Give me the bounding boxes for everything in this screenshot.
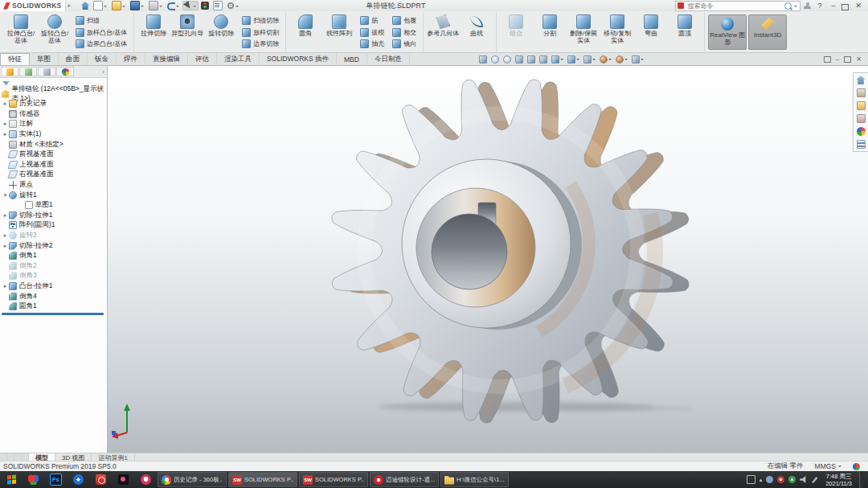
command-tab[interactable]: 钣金 — [88, 53, 117, 65]
command-tab[interactable]: 草图 — [30, 53, 59, 65]
quick-access-button[interactable] — [225, 1, 241, 10]
chevron-icon[interactable]: ▴ — [760, 477, 763, 483]
dropdown-caret-icon[interactable] — [104, 6, 107, 9]
taskbar-window-button[interactable]: 历史记录 - 360极... — [158, 472, 227, 487]
tree-item[interactable]: 草图1 — [0, 200, 107, 211]
quick-access-button[interactable] — [199, 1, 211, 10]
ribbon-button[interactable]: 圆顶 — [668, 13, 702, 51]
volume-icon[interactable] — [800, 476, 807, 483]
command-tab[interactable]: 焊件 — [117, 53, 145, 65]
show-desktop-button[interactable] — [859, 471, 863, 488]
ribbon-button[interactable]: 移动/复制实体 — [600, 13, 634, 51]
window-restore-icon[interactable] — [844, 56, 851, 63]
dropdown-caret-icon[interactable] — [576, 59, 579, 62]
command-tab[interactable]: 直接编辑 — [145, 53, 188, 65]
tree-expander-icon[interactable]: ▸ — [2, 131, 9, 137]
ribbon-button[interactable]: 线性阵列 — [322, 13, 356, 51]
search-caret-icon[interactable] — [794, 6, 797, 9]
headsup-button[interactable] — [478, 55, 488, 64]
tp-properties-icon[interactable] — [857, 140, 866, 149]
pinned-app-button[interactable] — [113, 472, 133, 487]
menu-expand-icon[interactable]: ▸ — [68, 2, 72, 9]
tree-item[interactable]: 原点 — [0, 180, 107, 191]
window-minimize-icon[interactable]: – — [836, 55, 839, 63]
graphics-viewport[interactable] — [108, 66, 868, 453]
tree-item[interactable]: 倒角2 — [0, 261, 107, 272]
tree-item[interactable]: ▸ 实体(1) — [0, 129, 107, 140]
ribbon-button[interactable]: 拉伸凸台/基体 — [4, 13, 38, 51]
headsup-button[interactable] — [551, 55, 564, 64]
ribbon-small-button[interactable]: 镜向 — [390, 38, 419, 50]
ribbon-small-button[interactable]: 边界凸台/基体 — [73, 38, 129, 50]
tree-item[interactable]: ▸ 切除-拉伸1 — [0, 211, 107, 221]
ribbon-toggle-button[interactable]: RealView 图形 — [708, 14, 747, 50]
headsup-button[interactable] — [502, 55, 512, 64]
new-window-icon[interactable] — [824, 56, 831, 63]
window-close-icon[interactable]: ✕ — [856, 55, 862, 63]
solidworks-logo[interactable]: SOLIDWORKS — [0, 0, 66, 11]
panel-tab[interactable] — [56, 67, 74, 76]
pinned-app-button[interactable] — [90, 472, 111, 487]
headsup-button[interactable] — [615, 55, 628, 64]
ribbon-button[interactable]: 拉伸切除 — [137, 13, 170, 51]
tp-appearances-icon[interactable] — [857, 127, 866, 136]
command-tab[interactable]: 曲面 — [59, 53, 88, 65]
person-icon[interactable] — [766, 476, 773, 483]
dropdown-caret-icon[interactable] — [141, 6, 144, 9]
headsup-button[interactable] — [514, 55, 524, 64]
ribbon-button[interactable]: 组合 — [499, 13, 533, 51]
tree-item[interactable]: ▸ 旋转2 — [0, 231, 107, 241]
quick-access-button[interactable] — [166, 1, 182, 10]
tree-item[interactable]: 右视基准面 — [0, 170, 107, 180]
tree-root-item[interactable]: 单排链轮 (12A<<05B>_显示状态 1>) — [0, 88, 107, 99]
ribbon-small-button[interactable]: 相交 — [390, 27, 419, 39]
tree-item[interactable]: ▸ 凸台-拉伸1 — [0, 281, 107, 292]
command-tab[interactable]: 今日制造 — [367, 53, 410, 65]
command-tab[interactable]: 渲染工具 — [217, 53, 260, 65]
ribbon-button[interactable]: 异型孔向导 — [170, 13, 204, 51]
tree-item[interactable]: 传感器 — [0, 109, 107, 120]
headsup-button[interactable] — [538, 55, 548, 64]
start-button[interactable] — [2, 472, 21, 487]
units-caret-icon[interactable] — [838, 465, 841, 469]
help-button[interactable]: ? — [814, 1, 825, 11]
headsup-button[interactable] — [526, 55, 536, 64]
tree-item[interactable]: 前视基准面 — [0, 150, 107, 160]
ribbon-button[interactable]: 旋转凸台/基体 — [38, 13, 72, 51]
close-button[interactable]: ✕ — [852, 1, 865, 11]
ribbon-small-button[interactable]: 放样切割 — [240, 27, 281, 39]
tree-item[interactable]: 阵列(圆周)1 — [0, 220, 107, 231]
dropdown-caret-icon[interactable] — [159, 6, 162, 9]
dropdown-caret-icon[interactable] — [560, 59, 563, 62]
rollback-bar[interactable] — [2, 313, 104, 315]
quick-access-button[interactable] — [92, 0, 109, 11]
tp-palette-icon[interactable] — [857, 114, 866, 123]
command-tab[interactable]: MBD — [337, 53, 367, 65]
quick-access-button[interactable] — [129, 0, 146, 11]
command-tab[interactable]: 评估 — [188, 53, 217, 65]
ribbon-button[interactable]: 旋转切除 — [204, 13, 238, 51]
tree-item[interactable]: 倒角1 — [0, 251, 107, 261]
tree-expander-icon[interactable]: ▸ — [2, 283, 9, 289]
tree-item[interactable]: ▾ 旋转1 — [0, 190, 107, 200]
quick-access-button[interactable] — [147, 0, 165, 11]
ribbon-small-button[interactable]: 扫描切除 — [240, 14, 281, 27]
taskbar-window-button[interactable]: SW SOLIDWORKS P... — [228, 472, 297, 487]
tree-expander-icon[interactable]: ▸ — [2, 100, 9, 107]
panel-tab[interactable] — [19, 67, 37, 76]
ribbon-button[interactable]: 圆角 — [289, 13, 322, 51]
command-tab[interactable]: 特征 — [0, 53, 30, 65]
taskbar-window-button[interactable]: H:\微信公众号\1... — [440, 472, 509, 487]
tree-item[interactable]: 上视基准面 — [0, 160, 107, 170]
dropdown-caret-icon[interactable] — [235, 6, 239, 9]
pen-icon[interactable] — [811, 476, 818, 483]
dropdown-caret-icon[interactable] — [122, 6, 125, 9]
units-selector[interactable]: MMGS — [815, 462, 841, 470]
taskbar-clock[interactable]: 7:48 周三 2021/11/3 — [822, 473, 855, 487]
quick-access-button[interactable] — [182, 1, 199, 10]
headsup-button[interactable] — [599, 55, 612, 64]
dropdown-caret-icon[interactable] — [592, 59, 596, 62]
tree-item[interactable]: ▸ 注解 — [0, 119, 107, 129]
dropdown-caret-icon[interactable] — [176, 6, 179, 9]
tree-item[interactable]: 倒角4 — [0, 291, 107, 301]
